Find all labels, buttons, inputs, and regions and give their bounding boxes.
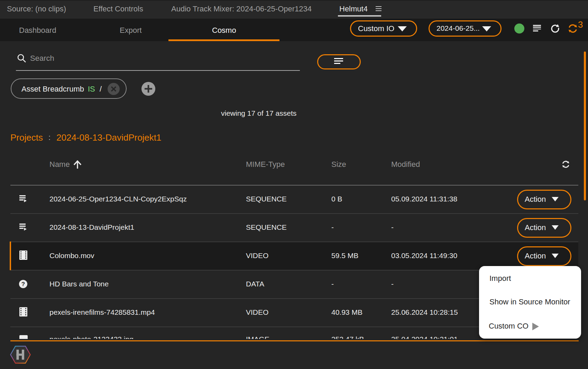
svg-text:?: ?: [21, 281, 25, 287]
